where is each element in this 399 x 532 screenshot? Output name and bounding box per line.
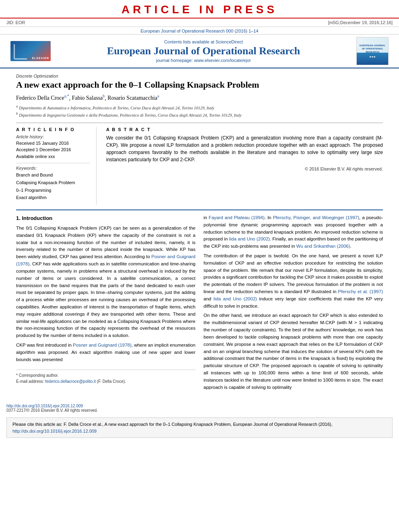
- ejor-logo-image: EUROPEAN JOURNAL OF OPERATIONAL RESEARCH…: [356, 37, 389, 65]
- author-2: Fabio Salassab: [72, 95, 105, 101]
- ref-posner-1978[interactable]: Posner and Guignard (1978): [16, 254, 195, 266]
- citation-doi-link[interactable]: http://dx.doi.org/10.1016/j.ejor.2016.12…: [12, 429, 97, 433]
- info-abstract-section: A R T I C L E I N F O Article history: R…: [16, 127, 383, 205]
- footnote-corresponding: * Corresponding author.: [16, 372, 195, 378]
- affiliation-b: b Dipartimento di Ingegneria Gestionale …: [16, 111, 383, 118]
- ref-iida-2[interactable]: Iida and Uno (2002): [214, 296, 257, 301]
- sciencedirect-link[interactable]: ScienceDirect: [216, 39, 243, 44]
- journal-header: ELSEVIER Contents lists available at Sci…: [0, 34, 399, 68]
- keyword-4: Exact algorithm: [16, 194, 90, 201]
- journal-title: European Journal of Operational Research: [55, 45, 352, 57]
- authors-line: Federico Della Crocea,*, Fabio Salassab,…: [16, 94, 383, 102]
- keyword-2: Collapsing Knapsack Problem: [16, 179, 90, 187]
- footer-issn: 0377-2217/© 2016 Elsevier B.V. All right…: [6, 408, 393, 413]
- elsevier-logo-area: ELSEVIER: [6, 41, 55, 61]
- ref-wu[interactable]: Wu and Srikanthan (2006): [296, 244, 350, 249]
- abstract-copyright: © 2016 Elsevier B.V. All rights reserved…: [106, 166, 383, 171]
- ref-fayard[interactable]: Fayard and Plateau (1994): [209, 215, 265, 220]
- paper-title: A new exact approach for the 0–1 Collaps…: [16, 79, 383, 91]
- right-para-1: in Fayard and Plateau (1994). In Pfersch…: [204, 214, 383, 250]
- footnote-email: E-mail address: federico.dellacroce@poli…: [16, 378, 195, 384]
- affiliation-a: a Dipartimento di Automatica e Informati…: [16, 104, 383, 111]
- right-column: in Fayard and Plateau (1994). In Pfersch…: [204, 214, 383, 394]
- body-divider: [16, 210, 383, 210]
- footer-area: http://dx.doi.org/10.1016/j.ejor.2016.12…: [0, 402, 399, 414]
- footnote-email-name: (F. Della Croce).: [97, 379, 126, 384]
- section-label: Discrete Optimization: [16, 74, 383, 78]
- abstract-panel: A B S T R A C T We consider the 0/1 Coll…: [106, 127, 383, 205]
- info-divider: [16, 163, 90, 163]
- footer-doi: http://dx.doi.org/10.1016/j.ejor.2016.12…: [6, 404, 393, 408]
- journal-center-header: Contents lists available at ScienceDirec…: [55, 39, 352, 63]
- keywords-label: Keywords:: [16, 166, 90, 170]
- left-column: 1. Introduction The 0/1 Collapsing Knaps…: [16, 214, 195, 394]
- journal-link-row: European Journal of Operational Research…: [0, 27, 399, 34]
- author-1-sup: a,*: [64, 94, 69, 99]
- author-1: Federico Della Crocea,*: [16, 95, 69, 101]
- right-para-2: The contribution of the paper is twofold…: [204, 253, 383, 310]
- journal-homepage: journal homepage: www.elsevier.com/locat…: [55, 58, 352, 63]
- author-2-sup: b: [103, 94, 105, 99]
- affiliations: a Dipartimento di Automatica e Informati…: [16, 104, 383, 118]
- keyword-3: 0–1 Programming: [16, 187, 90, 194]
- article-history-label: Article history:: [16, 134, 90, 139]
- right-para-3: On the other hand, we introduce an exact…: [204, 312, 383, 391]
- article-in-press-banner: ARTICLE IN PRESS: [0, 0, 399, 18]
- accepted-date: Accepted 1 December 2016: [16, 146, 90, 153]
- ref-iida[interactable]: Iida and Uno (2002): [229, 236, 270, 241]
- citation-box: Please cite this article as: F. Della Cr…: [6, 417, 393, 438]
- main-content: Discrete Optimization A new exact approa…: [0, 68, 399, 398]
- elsevier-logo-image: ELSEVIER: [10, 41, 51, 61]
- ejor-logo-area: EUROPEAN JOURNAL OF OPERATIONAL RESEARCH…: [352, 37, 393, 65]
- footnote-email-link[interactable]: federico.dellacroce@polito.it: [45, 379, 96, 384]
- ref-posner-intro[interactable]: Posner and Guignard (1978): [73, 343, 132, 347]
- ejor-logo-decoration: ■ ■ ■: [370, 55, 375, 58]
- keywords-section: Keywords: Branch and Bound Collapsing Kn…: [16, 166, 90, 201]
- abstract-title: A B S T R A C T: [106, 127, 383, 132]
- article-info-title: A R T I C L E I N F O: [16, 127, 90, 132]
- article-info-panel: A R T I C L E I N F O Article history: R…: [16, 127, 97, 205]
- intro-para-2: CKP was first introduced in Posner and G…: [16, 342, 195, 363]
- elsevier-logo-text: ELSEVIER: [32, 57, 49, 60]
- keywords-list: Branch and Bound Collapsing Knapsack Pro…: [16, 171, 90, 201]
- homepage-url[interactable]: www.elsevier.com/locate/ejor: [194, 58, 251, 63]
- ref-label: [m5G;December 19, 2016;12:16]: [328, 20, 393, 25]
- journal-volume-link[interactable]: European Journal of Operational Research…: [141, 29, 259, 33]
- ref-pferschy-2[interactable]: Pferschy et al. (1997): [338, 289, 383, 294]
- body-two-col: 1. Introduction The 0/1 Collapsing Knaps…: [16, 214, 383, 394]
- footnote-area: * Corresponding author. E-mail address: …: [16, 370, 195, 384]
- author-3: Rosario Scatamacchiaa: [107, 95, 159, 101]
- ref-pferschy[interactable]: Pferschy, Pisinger, and Woeginger (1997): [273, 215, 359, 220]
- keyword-1: Branch and Bound: [16, 171, 90, 179]
- ejor-logo-title: EUROPEAN JOURNAL OF OPERATIONAL RESEARCH: [358, 44, 387, 53]
- available-date: Available online xxx: [16, 153, 90, 160]
- top-meta-row: JID: EOR [m5G;December 19, 2016;12:16]: [0, 18, 399, 27]
- banner-text: ARTICLE IN PRESS: [121, 3, 278, 16]
- citation-text: Please cite this article as: F. Della Cr…: [12, 422, 333, 427]
- footer-doi-link[interactable]: http://dx.doi.org/10.1016/j.ejor.2016.12…: [6, 404, 83, 408]
- intro-para-1: The 0/1 Collapsing Knapsack Problem (CKP…: [16, 225, 195, 339]
- article-history: Article history: Received 15 January 201…: [16, 134, 90, 160]
- jid-label: JID: EOR: [6, 20, 25, 25]
- contents-available-text: Contents lists available at ScienceDirec…: [55, 39, 352, 44]
- abstract-text: We consider the 0/1 Collapsing Knapsack …: [106, 134, 383, 163]
- header-divider: [16, 123, 383, 123]
- author-3-sup: a: [157, 94, 159, 99]
- received-date: Received 15 January 2016: [16, 140, 90, 147]
- intro-section-title: 1. Introduction: [16, 214, 195, 222]
